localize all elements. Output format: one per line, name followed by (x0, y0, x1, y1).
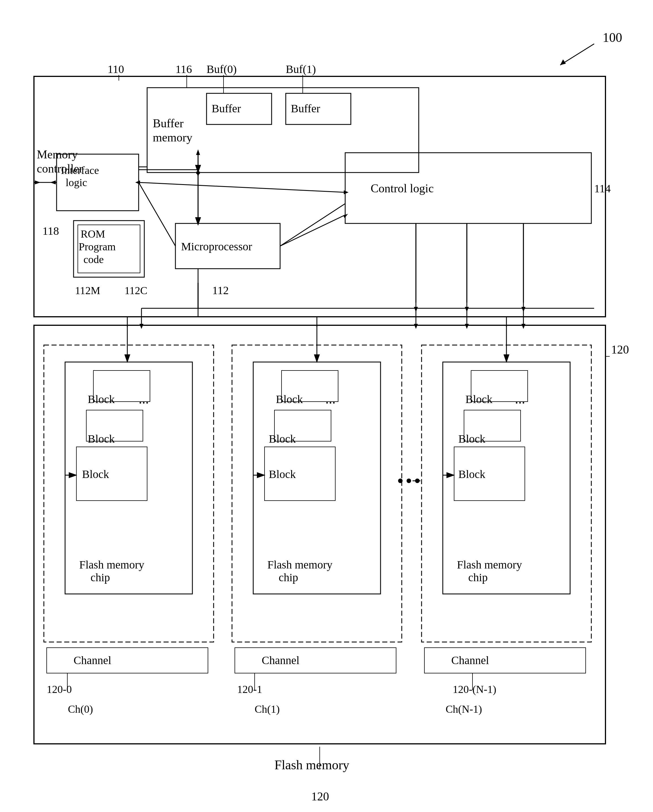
block-mid-0-label: Block (88, 432, 115, 445)
ref-114-label: 114 (594, 182, 611, 195)
ref-110-label: 110 (107, 63, 124, 76)
svg-marker-62 (35, 180, 40, 185)
buffer-memory-label: Buffer (153, 117, 184, 130)
control-logic-label: Control logic (371, 182, 434, 195)
channel-0-label: Channel (73, 654, 111, 667)
svg-rect-23 (422, 345, 591, 642)
code-label: code (84, 253, 104, 265)
flash-memory-bottom-label: Flash memory (274, 758, 349, 772)
channel-n-label: Channel (451, 654, 489, 667)
ref-118-label: 118 (43, 224, 59, 237)
flash-chip-0-label2: chip (90, 571, 110, 584)
ref-Ch1-label: Ch(1) (255, 703, 280, 715)
flash-chip-n-label2: chip (468, 571, 488, 584)
block-top-n-label: Block (465, 393, 492, 406)
svg-point-74 (398, 479, 402, 483)
svg-marker-57 (196, 150, 200, 155)
block-mid-n-label: Block (458, 432, 485, 445)
svg-marker-63 (50, 180, 56, 185)
ref-120-right-label: 120 (611, 343, 629, 356)
svg-line-0 (560, 44, 594, 65)
svg-marker-60 (344, 190, 349, 194)
svg-marker-92 (414, 324, 418, 329)
block-bot-0-label: Block (82, 468, 109, 481)
ref-112C-label: 112C (124, 284, 147, 296)
program-label: Program (79, 241, 116, 253)
svg-marker-94 (465, 324, 469, 329)
rom-label: ROM (81, 228, 105, 240)
svg-point-75 (407, 479, 411, 483)
flash-chip-1-label: Flash memory (268, 558, 332, 571)
ref-ChN-label: Ch(N-1) (446, 703, 482, 715)
microprocessor-label: Microprocessor (181, 240, 252, 253)
block-top-0-label: Block (88, 393, 115, 406)
buffer1-box-label: Buffer (291, 102, 320, 115)
flash-chip-n-label: Flash memory (457, 558, 522, 571)
block-top-1-label: Block (276, 393, 303, 406)
ref-120-1-label: 120-1 (237, 683, 262, 695)
svg-marker-61 (135, 180, 140, 185)
ref-112-label: 112 (212, 284, 229, 297)
interface-logic-label2: logic (66, 177, 87, 188)
channel-1-label: Channel (262, 654, 299, 667)
svg-rect-3 (147, 88, 419, 172)
svg-rect-36 (47, 648, 208, 673)
ref-120-bottom-label: 120 (311, 790, 329, 803)
ref-Ch0-label: Ch(0) (68, 703, 93, 715)
svg-marker-96 (521, 324, 525, 329)
ref-120-0-label: 120-0 (47, 683, 72, 695)
buf1-label: Buf(1) (286, 63, 316, 76)
block-bot-n-label: Block (458, 468, 485, 481)
memory-controller-label: Memory (37, 148, 78, 161)
svg-rect-38 (424, 648, 586, 673)
svg-rect-22 (232, 345, 402, 642)
svg-text:···: ··· (515, 395, 525, 410)
svg-text:···: ··· (139, 395, 149, 410)
svg-rect-37 (235, 648, 396, 673)
svg-text:···: ··· (325, 395, 336, 410)
ref-116-label: 116 (176, 63, 192, 76)
buffer-memory-label2: memory (153, 131, 193, 144)
svg-line-15 (280, 204, 345, 246)
svg-line-59 (139, 182, 345, 192)
svg-rect-21 (44, 345, 214, 642)
flash-chip-0-label: Flash memory (79, 558, 144, 571)
svg-rect-20 (34, 325, 606, 744)
ref-100-label: 100 (603, 30, 622, 45)
svg-marker-100 (139, 324, 144, 329)
ref-120-N1-label: 120-(N-1) (453, 683, 496, 696)
svg-line-66 (280, 215, 345, 246)
svg-point-76 (415, 479, 420, 483)
interface-logic-label: Interface (61, 164, 99, 176)
buffer0-box-label: Buffer (212, 102, 241, 115)
buf0-label: Buf(0) (206, 63, 237, 76)
block-bot-1-label: Block (269, 468, 296, 481)
flash-chip-1-label2: chip (279, 571, 298, 584)
block-mid-1-label: Block (269, 432, 296, 445)
diagram: ··· ··· ··· 100 110 116 Buf(0) Buf(1) 11… (0, 0, 653, 812)
ref-112M-label: 112M (75, 284, 100, 296)
